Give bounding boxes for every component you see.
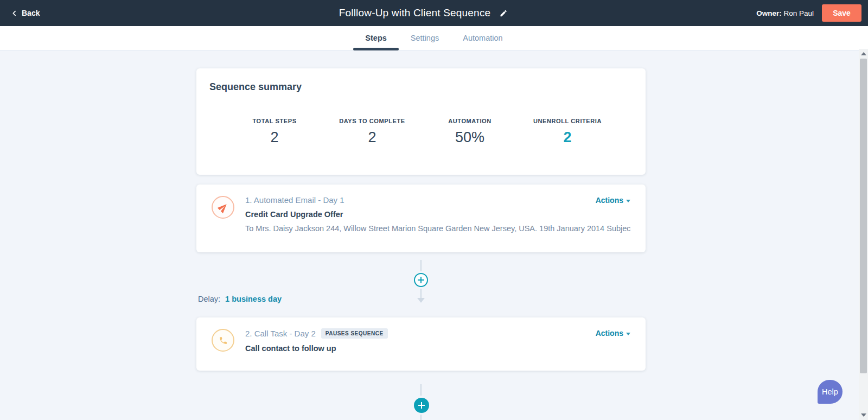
summary-title: Sequence summary xyxy=(209,81,633,93)
owner-label: Owner: xyxy=(756,9,782,17)
actions-label: Actions xyxy=(596,196,623,205)
stat-days-to-complete: DAYS TO COMPLETE 2 xyxy=(323,118,421,146)
step-2-header: 2. Call Task - Day 2 xyxy=(245,329,316,338)
send-icon xyxy=(216,200,231,215)
tab-steps[interactable]: Steps xyxy=(353,26,399,50)
delay-value-link[interactable]: 1 business day xyxy=(225,295,282,303)
step-1-header: 1. Automated Email - Day 1 xyxy=(245,195,630,205)
delay-row: Delay:1 business day xyxy=(198,295,282,303)
stat-label: AUTOMATION xyxy=(421,118,519,124)
stat-value: 2 xyxy=(323,129,421,146)
tab-bar: Steps Settings Automation xyxy=(0,26,868,50)
connector-line xyxy=(420,260,422,271)
owner-text: Owner: Ron Paul xyxy=(756,9,814,17)
step-card-2: 2. Call Task - Day 2 PAUSES SEQUENCE Cal… xyxy=(196,317,646,371)
scroll-up-arrow-icon[interactable] xyxy=(861,52,866,55)
step-1-preview: To Mrs. Daisy Jackson 244, Willow Street… xyxy=(245,224,630,233)
arrow-down-icon xyxy=(420,415,422,420)
step-2-icon-circle xyxy=(212,329,234,352)
caret-down-icon xyxy=(626,333,630,335)
step-1-icon-circle xyxy=(212,196,234,219)
top-bar: Back Folllow-Up with Client Sequence Own… xyxy=(0,0,868,26)
stat-label: DAYS TO COMPLETE xyxy=(323,118,421,124)
edit-title-icon[interactable] xyxy=(499,9,507,17)
step-1-title: Credit Card Upgrade Offer xyxy=(245,210,630,219)
stat-unenroll-criteria: UNENROLL CRITERIA 2 xyxy=(519,118,616,146)
connector-line xyxy=(420,384,422,396)
sequence-summary-card: Sequence summary TOTAL STEPS 2 DAYS TO C… xyxy=(196,68,646,175)
phone-icon xyxy=(219,336,228,345)
vertical-scrollbar[interactable] xyxy=(859,49,868,420)
tab-settings[interactable]: Settings xyxy=(399,26,451,50)
scroll-down-arrow-icon[interactable] xyxy=(861,413,866,417)
add-step-button-2[interactable] xyxy=(414,398,429,413)
help-button[interactable]: Help xyxy=(818,380,843,404)
delay-label: Delay: xyxy=(198,295,220,303)
tab-automation[interactable]: Automation xyxy=(451,26,514,50)
actions-label: Actions xyxy=(596,329,623,338)
add-step-button-1[interactable] xyxy=(414,273,428,287)
step-connector-1: Delay:1 business day xyxy=(196,252,646,308)
stat-total-steps: TOTAL STEPS 2 xyxy=(226,118,323,146)
stat-value: 50% xyxy=(421,129,519,146)
scrollbar-thumb[interactable] xyxy=(860,59,867,373)
step-1-actions-dropdown[interactable]: Actions xyxy=(596,196,630,205)
chevron-left-icon xyxy=(11,10,18,17)
caret-down-icon xyxy=(626,200,630,202)
arrow-down-icon xyxy=(420,289,422,298)
stat-label: UNENROLL CRITERIA xyxy=(519,118,616,124)
page-title: Folllow-Up with Client Sequence xyxy=(339,7,491,19)
step-2-title: Call contact to follow up xyxy=(245,344,630,353)
owner-name: Ron Paul xyxy=(783,9,814,17)
save-button[interactable]: Save xyxy=(822,4,861,22)
step-card-1: 1. Automated Email - Day 1 Credit Card U… xyxy=(196,184,646,252)
main-content: Sequence summary TOTAL STEPS 2 DAYS TO C… xyxy=(0,50,868,420)
stat-label: TOTAL STEPS xyxy=(226,118,323,124)
pauses-sequence-badge: PAUSES SEQUENCE xyxy=(321,328,388,339)
step-connector-2 xyxy=(196,371,646,420)
stat-automation: AUTOMATION 50% xyxy=(421,118,519,146)
summary-stats: TOTAL STEPS 2 DAYS TO COMPLETE 2 AUTOMAT… xyxy=(209,118,633,146)
step-2-actions-dropdown[interactable]: Actions xyxy=(596,329,630,338)
stat-value: 2 xyxy=(519,129,616,146)
stat-value: 2 xyxy=(226,129,323,146)
back-label: Back xyxy=(22,9,40,17)
back-button[interactable]: Back xyxy=(11,9,40,17)
